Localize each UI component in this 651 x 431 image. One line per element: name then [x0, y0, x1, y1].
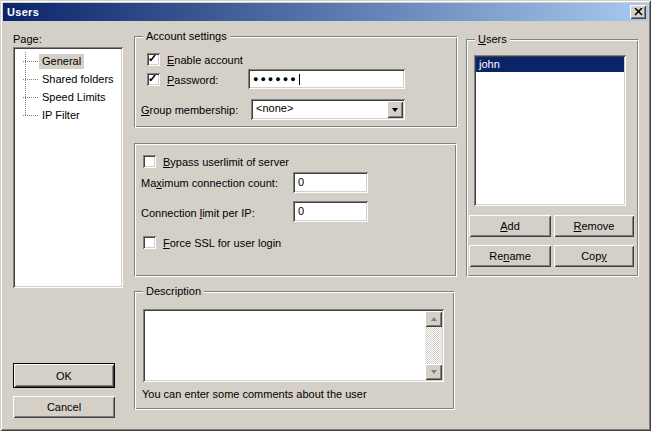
description-group: Description You can enter some comments … [134, 291, 455, 410]
max-connection-count-input[interactable]: 0 [293, 172, 368, 193]
password-label: Password: [167, 74, 218, 87]
connection-limit-per-ip-input[interactable]: 0 [293, 201, 368, 222]
tree-item-shared-folders[interactable]: Shared folders [13, 70, 123, 88]
page-tree[interactable]: General Shared folders Speed Limits IP F… [13, 47, 123, 288]
cancel-button[interactable]: Cancel [13, 396, 115, 418]
window-title: Users [3, 6, 39, 18]
enable-account-label: Enable account [167, 54, 243, 67]
group-membership-value: <none> [256, 102, 293, 115]
password-masked-value: ●●●●●● [253, 72, 298, 87]
add-user-button[interactable]: Add [469, 215, 551, 237]
users-dialog: Users Page: General Shared folders Speed… [0, 0, 651, 431]
max-connection-count-value: 0 [298, 176, 304, 188]
scroll-down-button[interactable] [425, 364, 442, 380]
scroll-up-button[interactable] [425, 311, 442, 327]
tree-item-ip-filter[interactable]: IP Filter [13, 106, 123, 124]
titlebar[interactable]: Users [3, 3, 648, 21]
scroll-down-icon [431, 370, 437, 374]
max-connection-count-label: Maximum connection count: [141, 177, 278, 190]
description-hint: You can enter some comments about the us… [142, 388, 367, 401]
group-membership-label: Group membership: [141, 104, 238, 117]
description-input[interactable] [143, 309, 444, 382]
tree-item-label: IP Filter [39, 108, 83, 123]
force-ssl-label: Force SSL for user login [163, 237, 281, 250]
connection-limit-per-ip-label: Connection limit per IP: [141, 207, 255, 220]
tree-item-label: Shared folders [39, 72, 117, 87]
password-checkbox[interactable]: ✓ [147, 73, 160, 86]
text-caret [299, 74, 300, 85]
page-label: Page: [13, 33, 42, 46]
connection-limit-per-ip-value: 0 [298, 205, 304, 217]
account-settings-group: Account settings ✓ Enable account ✓ Pass… [134, 36, 458, 128]
scroll-up-icon [431, 317, 437, 321]
close-button[interactable] [630, 5, 646, 19]
group-membership-select[interactable]: <none> [251, 99, 405, 120]
force-ssl-checkbox[interactable]: ✓ [143, 236, 156, 249]
users-list[interactable]: john [474, 55, 626, 206]
enable-account-checkbox[interactable]: ✓ [147, 53, 160, 66]
description-scrollbar[interactable] [425, 311, 442, 380]
password-input[interactable]: ●●●●●● [248, 69, 405, 89]
tree-item-label: General [39, 54, 84, 69]
check-icon: ✓ [148, 52, 160, 65]
user-list-item[interactable]: john [476, 57, 624, 72]
tree-item-general[interactable]: General [13, 52, 123, 70]
account-settings-legend: Account settings [143, 30, 230, 43]
bypass-userlimit-checkbox[interactable]: ✓ [143, 155, 156, 168]
users-group: Users john Add Remove Rename Copy [466, 39, 639, 277]
users-legend: Users [475, 33, 510, 46]
tree-item-label: Speed Limits [39, 90, 109, 105]
remove-user-button[interactable]: Remove [554, 215, 634, 237]
copy-user-button[interactable]: Copy [554, 245, 634, 267]
rename-user-button[interactable]: Rename [469, 245, 551, 267]
close-icon [634, 8, 643, 16]
dropdown-button[interactable] [387, 101, 403, 118]
bypass-userlimit-label: Bypass userlimit of server [163, 156, 289, 169]
ok-button[interactable]: OK [13, 363, 115, 388]
check-icon: ✓ [148, 72, 160, 85]
limits-group: ✓ Bypass userlimit of server Maximum con… [134, 143, 457, 277]
description-legend: Description [143, 285, 204, 298]
tree-item-speed-limits[interactable]: Speed Limits [13, 88, 123, 106]
dropdown-arrow-icon [392, 108, 398, 112]
